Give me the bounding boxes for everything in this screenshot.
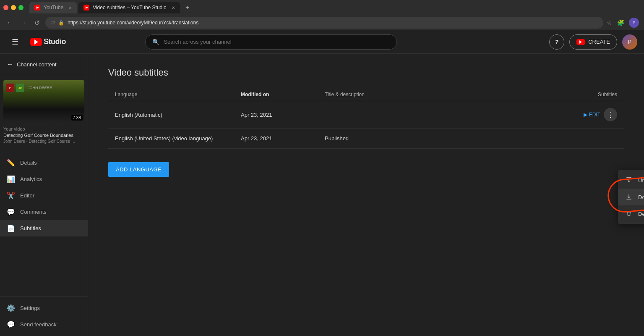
back-arrow-icon: ←	[7, 60, 13, 68]
studio-text: Studio	[44, 37, 66, 46]
dropdown-menu: Unpublish Download →	[618, 170, 644, 224]
three-dot-button-1[interactable]: ⋮	[604, 108, 617, 121]
search-bar[interactable]: 🔍	[145, 34, 397, 50]
back-button[interactable]: ←	[5, 18, 15, 28]
video-title: Detecting Golf Course Boundaries	[3, 132, 84, 138]
content-wrapper: Video subtitles Language Modified on Tit…	[108, 67, 624, 177]
cell-modified-2: Apr 23, 2021	[241, 135, 325, 142]
add-language-button[interactable]: ADD LANGUAGE	[108, 162, 169, 177]
sidebar-item-comments[interactable]: 💬 Comments	[0, 204, 88, 220]
video-duration-badge: 7:38	[71, 115, 83, 121]
extensions-icon[interactable]: 🧩	[615, 18, 626, 28]
refresh-button[interactable]: ↺	[32, 18, 42, 28]
settings-label: Settings	[20, 305, 40, 311]
dropdown-unpublish[interactable]: Unpublish	[618, 172, 644, 189]
comments-icon: 💬	[7, 208, 15, 216]
analytics-icon: 📊	[7, 175, 15, 183]
analytics-label: Analytics	[20, 176, 42, 182]
forward-button[interactable]: →	[18, 18, 29, 28]
cell-language-2: English (United States) (video language)	[115, 135, 241, 142]
table-row-2: English (United States) (video language)…	[108, 129, 624, 149]
url-text: https://studio.youtube.com/video/yMI9ecu…	[68, 20, 198, 26]
tab-close-youtube[interactable]: ✕	[68, 5, 72, 10]
video-subtitle: John Deere - Detecting Golf Course …	[3, 139, 84, 144]
traffic-lights	[3, 5, 23, 10]
dropdown-delete[interactable]: Delete	[618, 205, 644, 222]
sidebar-nav: ✏️ Details 📊 Analytics ✂️ Editor 💬 Comme…	[0, 151, 88, 296]
sidebar-item-editor[interactable]: ✂️ Editor	[0, 187, 88, 204]
purdue-logo: P	[6, 84, 14, 92]
download-label: Download	[638, 194, 644, 200]
published-badge: Published	[325, 135, 349, 142]
address-bar-row: ← → ↺ 🛡 🔒 https://studio.youtube.com/vid…	[0, 15, 644, 30]
create-button[interactable]: CREATE	[569, 34, 617, 50]
hamburger-icon: ☰	[12, 37, 18, 47]
page-title: Video subtitles	[108, 67, 624, 78]
create-icon	[576, 39, 585, 45]
sidebar-item-feedback[interactable]: 💬 Send feedback	[0, 316, 88, 333]
feedback-label: Send feedback	[20, 321, 57, 328]
top-nav-right: ? CREATE P	[549, 34, 637, 50]
bookmark-icon[interactable]: ☆	[607, 19, 612, 26]
yt-logo-icon	[30, 38, 42, 46]
download-icon	[625, 193, 633, 201]
tab-close-studio[interactable]: ✕	[172, 5, 175, 10]
browser-chrome: ▶ YouTube ✕ ▶ Video subtitles – YouTube …	[0, 0, 644, 30]
delete-label: Delete	[638, 211, 644, 217]
thumbnail-logos: P JD JOHN DEERE	[6, 84, 52, 92]
search-icon: 🔍	[152, 39, 159, 45]
header-language: Language	[115, 92, 241, 97]
browser-right-icons: 🧩 P	[615, 18, 639, 28]
address-bar[interactable]: 🛡 🔒 https://studio.youtube.com/video/yMI…	[45, 17, 603, 29]
sidebar-item-analytics[interactable]: 📊 Analytics	[0, 171, 88, 187]
top-nav: ☰ Studio 🔍 ? CREATE P	[0, 30, 644, 54]
sidebar-item-subtitles[interactable]: 📄 Subtitles	[0, 220, 88, 236]
browser-profile-avatar[interactable]: P	[629, 18, 639, 28]
add-tab-button[interactable]: +	[182, 2, 193, 13]
profile-avatar[interactable]: P	[622, 34, 637, 50]
tab-favicon-studio: ▶	[83, 5, 89, 10]
security-icon: 🛡	[50, 20, 55, 25]
header-title-desc: Title & description	[325, 92, 533, 97]
avatar-initials: P	[628, 39, 631, 45]
editor-label: Editor	[20, 192, 34, 199]
dropdown-download[interactable]: Download →	[618, 189, 644, 205]
search-input[interactable]	[164, 39, 390, 45]
lock-icon: 🔒	[58, 20, 64, 26]
video-info: Your video Detecting Golf Course Boundar…	[3, 122, 84, 146]
edit-link-1[interactable]: ▶ EDIT	[584, 112, 600, 118]
settings-icon: ⚙️	[7, 304, 15, 312]
traffic-light-minimize[interactable]	[11, 5, 16, 10]
yt-studio-logo[interactable]: Studio	[30, 37, 66, 46]
svg-rect-1	[626, 199, 631, 200]
back-to-channel-content[interactable]: ← Channel content	[7, 59, 81, 70]
sidebar-top: ← Channel content	[0, 54, 88, 75]
details-label: Details	[20, 160, 37, 166]
tab-youtube[interactable]: ▶ YouTube ✕	[29, 2, 77, 13]
table-header: Language Modified on Title & description…	[108, 88, 624, 101]
details-icon: ✏️	[7, 159, 15, 167]
table-row: English (Automatic) Apr 23, 2021 ▶ EDIT …	[108, 101, 624, 129]
unpublish-label: Unpublish	[638, 177, 644, 184]
hamburger-button[interactable]: ☰	[7, 34, 23, 50]
cell-modified-1: Apr 23, 2021	[241, 112, 325, 118]
help-button[interactable]: ?	[549, 34, 564, 50]
tab-studio[interactable]: ▶ Video subtitles – YouTube Studio ✕	[78, 2, 180, 13]
header-subtitles: Subtitles	[533, 92, 617, 97]
subtitles-label: Subtitles	[20, 225, 41, 231]
subtitles-icon: 📄	[7, 224, 15, 232]
traffic-light-fullscreen[interactable]	[18, 5, 23, 10]
john-deere-label: JOHN DEERE	[28, 86, 52, 90]
delete-icon	[625, 210, 633, 218]
tab-bar: ▶ YouTube ✕ ▶ Video subtitles – YouTube …	[0, 0, 644, 15]
video-thumbnail: P JD JOHN DEERE 7:38	[3, 80, 84, 122]
channel-content-label: Channel content	[17, 61, 57, 68]
sidebar-item-details[interactable]: ✏️ Details	[0, 155, 88, 171]
editor-icon: ✂️	[7, 192, 15, 200]
svg-rect-0	[626, 177, 631, 178]
traffic-light-close[interactable]	[3, 5, 8, 10]
your-video-label: Your video	[3, 125, 84, 132]
video-thumbnail-card[interactable]: P JD JOHN DEERE 7:38 Your video Detectin…	[3, 80, 84, 146]
sidebar-item-settings[interactable]: ⚙️ Settings	[0, 300, 88, 316]
unpublish-icon	[625, 176, 633, 184]
